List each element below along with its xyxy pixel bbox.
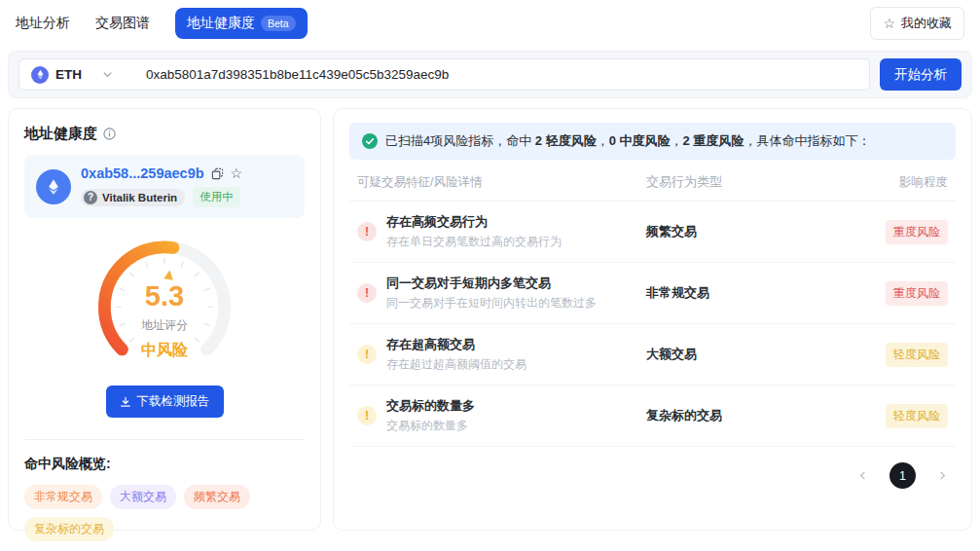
risk-tag[interactable]: 频繁交易 <box>184 485 250 509</box>
address-summary-card: 0xab58...259aec9b ☆ ? Vitalik Buterin 使用… <box>24 155 305 218</box>
severity-badge: 重度风险 <box>886 281 948 306</box>
address-search-box: ETH <box>18 58 870 91</box>
tab-address-health[interactable]: 地址健康度 Beta <box>175 8 308 39</box>
prev-page-icon[interactable] <box>857 470 868 481</box>
table-row[interactable]: ! 存在高频交易行为 存在单日交易笔数过高的交易行为 频繁交易 重度风险 <box>349 202 956 263</box>
risk-detail: 同一交易对手在短时间内转出的笔数过多 <box>386 295 597 312</box>
risk-score-gauge: 5.3 地址评分 中风险 <box>82 228 247 374</box>
star-icon: ☆ <box>883 17 895 30</box>
copy-icon[interactable] <box>211 167 224 180</box>
table-row[interactable]: ! 交易标的数量多 交易标的数量多 复杂标的交易 轻度风险 <box>349 386 956 447</box>
table-row[interactable]: ! 存在超高额交易 存在超过超高额阈值的交易 大额交易 轻度风险 <box>349 324 956 386</box>
risk-overview-title: 命中风险概览: <box>24 456 305 473</box>
chevron-down-icon <box>102 69 113 80</box>
status-badge: 使用中 <box>193 187 240 207</box>
risk-tag[interactable]: 大额交易 <box>110 485 176 509</box>
search-bar: ETH 开始分析 <box>8 51 972 98</box>
risk-results-panel: 已扫描4项风险指标，命中 2 轻度风险，0 中度风险，2 重度风险，具体命中指标… <box>333 108 972 531</box>
beta-badge: Beta <box>261 16 296 31</box>
behavior-type: 复杂标的交易 <box>646 407 831 424</box>
column-header-type: 交易行为类型 <box>646 173 831 191</box>
scan-summary-text: 已扫描4项风险指标，命中 2 轻度风险，0 中度风险，2 重度风险，具体命中指标… <box>385 132 870 150</box>
favorites-label: 我的收藏 <box>901 15 952 32</box>
address-input[interactable] <box>146 67 857 82</box>
chain-select[interactable]: ETH <box>31 66 146 84</box>
risk-detail: 存在超过超高额阈值的交易 <box>386 356 526 373</box>
risk-tag[interactable]: 非常规交易 <box>24 485 102 509</box>
table-header: 可疑交易特征/风险详情 交易行为类型 影响程度 <box>349 160 956 202</box>
score-label: 地址评分 <box>82 317 247 334</box>
risk-tag-list: 非常规交易 大额交易 频繁交易 复杂标的交易 <box>24 485 305 541</box>
download-report-label: 下载检测报告 <box>137 393 210 410</box>
eth-logo-icon <box>36 169 71 204</box>
top-navigation: 地址分析 交易图谱 地址健康度 Beta ☆ 我的收藏 <box>0 0 980 47</box>
severity-badge: 重度风险 <box>886 220 948 244</box>
warning-icon: ! <box>357 283 377 303</box>
risk-title: 存在高频交易行为 <box>386 213 562 231</box>
main-content: 地址健康度 0xab58...259aec9b ☆ ? <box>8 108 972 531</box>
risk-tag[interactable]: 复杂标的交易 <box>24 517 114 541</box>
severity-badge: 轻度风险 <box>886 404 948 428</box>
table-row[interactable]: ! 同一交易对手短期内多笔交易 同一交易对手在短时间内转出的笔数过多 非常规交易… <box>349 263 956 324</box>
behavior-type: 大额交易 <box>646 346 831 363</box>
page-number[interactable]: 1 <box>889 462 916 489</box>
favorite-star-icon[interactable]: ☆ <box>231 165 243 181</box>
analyze-button[interactable]: 开始分析 <box>880 58 962 91</box>
info-icon[interactable] <box>103 128 116 140</box>
divider <box>24 439 305 440</box>
question-icon: ? <box>84 191 97 204</box>
column-header-feature: 可疑交易特征/风险详情 <box>357 174 646 191</box>
owner-name: Vitalik Buterin <box>102 192 177 203</box>
warning-icon: ! <box>357 406 377 425</box>
address-health-panel: 地址健康度 0xab58...259aec9b ☆ ? <box>8 108 321 531</box>
scan-summary-banner: 已扫描4项风险指标，命中 2 轻度风险，0 中度风险，2 重度风险，具体命中指标… <box>349 123 956 160</box>
risk-title: 交易标的数量多 <box>386 397 475 415</box>
next-page-icon[interactable] <box>937 470 948 481</box>
tab-address-health-label: 地址健康度 <box>187 15 255 32</box>
tab-transaction-graph[interactable]: 交易图谱 <box>95 15 150 32</box>
risk-detail: 交易标的数量多 <box>386 418 475 434</box>
eth-icon <box>31 66 49 84</box>
tab-address-analysis[interactable]: 地址分析 <box>16 15 70 32</box>
warning-icon: ! <box>357 345 377 364</box>
risk-title: 同一交易对手短期内多笔交易 <box>386 275 597 292</box>
address-short-link[interactable]: 0xab58...259aec9b <box>81 165 204 181</box>
chain-label: ETH <box>55 67 82 82</box>
address-score: 5.3 <box>82 280 247 312</box>
warning-icon: ! <box>357 222 377 241</box>
health-panel-title: 地址健康度 <box>24 125 97 143</box>
pagination: 1 <box>349 462 956 489</box>
risk-level: 中风险 <box>82 341 247 361</box>
owner-badge[interactable]: ? Vitalik Buterin <box>81 189 185 206</box>
download-report-button[interactable]: 下载检测报告 <box>106 386 224 418</box>
behavior-type: 非常规交易 <box>646 284 831 302</box>
risk-title: 存在超高额交易 <box>386 336 526 353</box>
behavior-type: 频繁交易 <box>646 223 831 240</box>
check-circle-icon <box>362 133 378 149</box>
risk-detail: 存在单日交易笔数过高的交易行为 <box>386 234 562 250</box>
column-header-impact: 影响程度 <box>831 174 948 191</box>
favorites-button[interactable]: ☆ 我的收藏 <box>870 7 964 40</box>
download-icon <box>120 396 131 408</box>
severity-badge: 轻度风险 <box>886 343 948 367</box>
gauge-pointer-icon <box>163 271 173 280</box>
